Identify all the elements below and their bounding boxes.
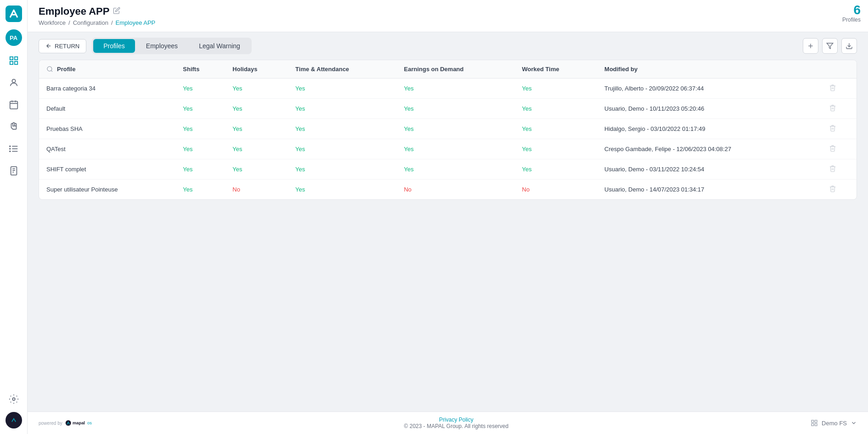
- delete-icon[interactable]: [829, 126, 836, 133]
- page-title: Employee APP: [39, 6, 109, 17]
- svg-point-21: [10, 417, 17, 424]
- chevron-down-icon[interactable]: [851, 420, 857, 426]
- cell-profile[interactable]: QATest: [39, 139, 175, 159]
- svg-rect-0: [6, 6, 22, 22]
- cell-earnings-on-demand: Yes: [396, 139, 514, 159]
- svg-rect-32: [812, 420, 814, 423]
- cell-profile[interactable]: Pruebas SHA: [39, 119, 175, 139]
- cell-profile[interactable]: Barra categoria 34: [39, 79, 175, 99]
- cell-modified-by: Usuario, Demo - 03/11/2022 10:24:54: [597, 159, 822, 180]
- tab-profiles[interactable]: Profiles: [93, 39, 135, 53]
- download-button[interactable]: [841, 38, 857, 54]
- filter-button[interactable]: [822, 38, 838, 54]
- profiles-count-label: Profiles: [842, 17, 861, 23]
- sidebar-item-hand[interactable]: [5, 118, 23, 136]
- cell-worked-time: Yes: [515, 99, 597, 119]
- toolbar: RETURN Profiles Employees Legal Warning: [28, 32, 868, 60]
- cell-shifts: Yes: [175, 159, 225, 180]
- col-profile: Profile: [39, 60, 175, 78]
- cell-delete[interactable]: [822, 79, 857, 99]
- cell-profile[interactable]: Super utilisateur Pointeuse: [39, 180, 175, 200]
- delete-icon[interactable]: [829, 86, 836, 93]
- sidebar-item-list[interactable]: [5, 140, 23, 158]
- svg-rect-34: [812, 423, 814, 426]
- svg-rect-33: [815, 420, 817, 423]
- main-content: Employee APP Workforce / Configuration /…: [28, 0, 868, 434]
- breadcrumb-workforce[interactable]: Workforce: [39, 19, 66, 26]
- mapal-logo-icon: [6, 412, 22, 428]
- sidebar: PA: [0, 0, 28, 434]
- table-row: Pruebas SHA Yes Yes Yes Yes Yes Hidalgo,…: [39, 119, 857, 139]
- footer-logo: powered by mapal os: [39, 418, 102, 428]
- svg-point-20: [12, 398, 15, 400]
- cell-modified-by: Usuario, Demo - 10/11/2023 05:20:46: [597, 99, 822, 119]
- cell-delete[interactable]: [822, 159, 857, 180]
- cell-earnings-on-demand: No: [396, 180, 514, 200]
- cell-earnings-on-demand: Yes: [396, 99, 514, 119]
- footer-center: Privacy Policy © 2023 - MAPAL Group. All…: [404, 417, 509, 429]
- svg-text:os: os: [87, 421, 92, 425]
- sidebar-item-calendar[interactable]: [5, 96, 23, 114]
- col-time-attendance: Time & Attendance: [288, 60, 396, 79]
- sidebar-bottom: [5, 390, 23, 428]
- cell-profile[interactable]: Default: [39, 99, 175, 119]
- tab-legal-warning[interactable]: Legal Warning: [189, 39, 250, 53]
- cell-delete[interactable]: [822, 99, 857, 119]
- delete-icon[interactable]: [829, 187, 836, 194]
- search-icon[interactable]: [46, 66, 53, 73]
- svg-point-15: [9, 151, 10, 152]
- svg-marker-25: [827, 43, 833, 49]
- table-row: Barra categoria 34 Yes Yes Yes Yes Yes T…: [39, 79, 857, 99]
- demo-fs-label: Demo FS: [822, 420, 847, 427]
- profiles-count: 6: [842, 4, 861, 17]
- col-actions: [822, 60, 857, 79]
- svg-point-13: [9, 146, 10, 147]
- content-area: Profile Shifts Holidays Time & Attendanc…: [28, 60, 868, 411]
- cell-shifts: Yes: [175, 139, 225, 159]
- sidebar-item-settings[interactable]: [5, 390, 23, 408]
- return-button[interactable]: RETURN: [39, 39, 86, 53]
- sidebar-item-grid[interactable]: [5, 51, 23, 70]
- delete-icon[interactable]: [829, 106, 836, 113]
- col-holidays: Holidays: [225, 60, 288, 79]
- svg-rect-1: [10, 57, 12, 60]
- cell-earnings-on-demand: Yes: [396, 79, 514, 99]
- edit-icon[interactable]: [113, 7, 120, 16]
- col-modified-by: Modified by: [597, 60, 822, 79]
- svg-text:mapal: mapal: [73, 421, 85, 425]
- cell-shifts: Yes: [175, 99, 225, 119]
- svg-line-28: [51, 70, 52, 72]
- tab-employees[interactable]: Employees: [136, 39, 188, 53]
- col-worked-time: Worked Time: [515, 60, 597, 79]
- cell-shifts: Yes: [175, 180, 225, 200]
- avatar[interactable]: PA: [6, 29, 22, 46]
- cell-delete[interactable]: [822, 139, 857, 159]
- app-logo[interactable]: [6, 6, 22, 22]
- cell-holidays: Yes: [225, 159, 288, 180]
- cell-profile[interactable]: SHIFT complet: [39, 159, 175, 180]
- svg-point-14: [9, 148, 10, 149]
- cell-worked-time: Yes: [515, 139, 597, 159]
- cell-delete[interactable]: [822, 119, 857, 139]
- add-button[interactable]: [803, 38, 818, 54]
- footer-icon: [811, 419, 818, 427]
- return-label: RETURN: [55, 43, 79, 50]
- cell-time-attendance: Yes: [288, 139, 396, 159]
- cell-holidays: Yes: [225, 139, 288, 159]
- table-row: Default Yes Yes Yes Yes Yes Usuario, Dem…: [39, 99, 857, 119]
- profiles-table-container: Profile Shifts Holidays Time & Attendanc…: [39, 60, 857, 200]
- delete-icon[interactable]: [829, 167, 836, 174]
- table-row: SHIFT complet Yes Yes Yes Yes Yes Usuari…: [39, 159, 857, 180]
- privacy-policy-link[interactable]: Privacy Policy: [439, 417, 473, 423]
- footer-right: Demo FS: [811, 419, 857, 427]
- breadcrumb-configuration[interactable]: Configuration: [73, 19, 108, 26]
- delete-icon[interactable]: [829, 147, 836, 153]
- cell-holidays: No: [225, 180, 288, 200]
- cell-holidays: Yes: [225, 99, 288, 119]
- cell-holidays: Yes: [225, 119, 288, 139]
- profiles-table: Profile Shifts Holidays Time & Attendanc…: [39, 60, 857, 199]
- sidebar-item-document[interactable]: [5, 162, 23, 180]
- cell-delete[interactable]: [822, 180, 857, 200]
- svg-rect-35: [815, 423, 817, 426]
- sidebar-item-user[interactable]: [5, 73, 23, 92]
